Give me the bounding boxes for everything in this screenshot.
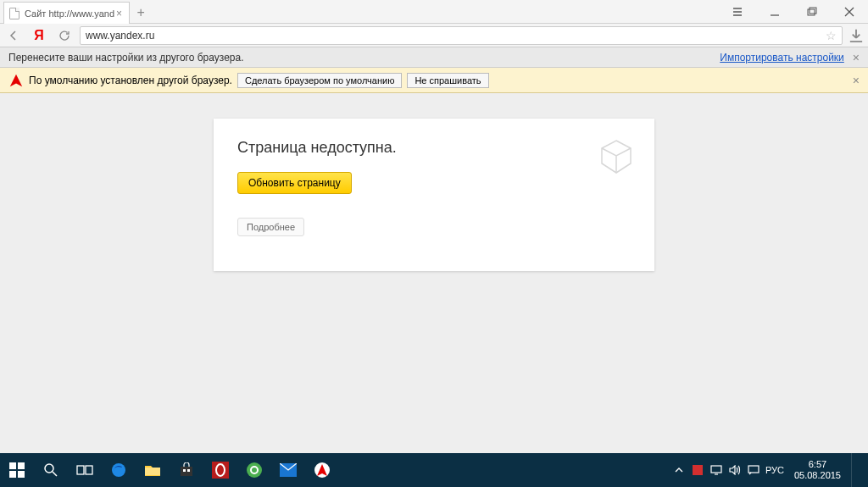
browser-tab[interactable]: Сайт http://www.yand × — [3, 2, 130, 24]
tray-chevron-up-icon[interactable] — [672, 463, 686, 477]
new-tab-button[interactable]: + — [130, 2, 152, 24]
svg-point-9 — [112, 463, 125, 477]
tray-security-icon[interactable] — [691, 463, 704, 477]
svg-rect-0 — [808, 9, 815, 15]
import-settings-link[interactable]: Импортировать настройки — [720, 52, 844, 64]
app-green-icon[interactable] — [237, 453, 271, 487]
import-settings-bar: Перенесите ваши настройки из другого бра… — [0, 47, 868, 68]
close-button[interactable] — [831, 0, 868, 24]
minimize-button[interactable] — [756, 0, 793, 24]
page-icon — [9, 8, 19, 19]
svg-rect-3 — [18, 462, 25, 469]
import-bar-text: Перенесите ваши настройки из другого бра… — [8, 52, 244, 64]
url-input[interactable] — [86, 30, 826, 42]
tray-volume-icon[interactable] — [728, 463, 742, 477]
store-icon[interactable] — [170, 453, 203, 487]
file-explorer-icon[interactable] — [136, 453, 170, 487]
system-tray: РУС 6:57 05.08.2015 — [672, 453, 868, 487]
opera-icon[interactable] — [203, 453, 237, 487]
svg-rect-11 — [181, 467, 192, 476]
yandex-home-button[interactable]: Я — [29, 25, 49, 46]
tray-clock[interactable]: 6:57 05.08.2015 — [789, 459, 846, 481]
svg-point-16 — [247, 462, 262, 478]
url-field[interactable]: ☆ — [80, 26, 843, 45]
tray-network-icon[interactable] — [709, 463, 723, 477]
downloads-button[interactable] — [848, 27, 865, 44]
maximize-button[interactable] — [793, 0, 831, 24]
back-button[interactable] — [3, 25, 24, 46]
svg-rect-10 — [145, 468, 160, 475]
tab-title: Сайт http://www.yand — [25, 8, 114, 19]
tray-action-center-icon[interactable] — [747, 463, 760, 477]
cube-icon — [597, 137, 636, 176]
yandex-browser-taskbar-icon[interactable] — [305, 453, 339, 487]
svg-rect-22 — [748, 466, 759, 473]
default-browser-text: По умолчанию установлен другой браузер. — [29, 75, 232, 86]
dont-ask-button[interactable]: Не спрашивать — [407, 73, 488, 88]
svg-rect-8 — [86, 466, 92, 474]
tray-date: 05.08.2015 — [794, 470, 841, 481]
set-default-button[interactable]: Сделать браузером по умолчанию — [237, 73, 402, 88]
import-bar-close-icon[interactable]: × — [853, 51, 860, 64]
refresh-page-button[interactable]: Обновить страницу — [237, 172, 352, 194]
page-content: Страница недоступна. Обновить страницу П… — [0, 93, 868, 453]
more-details-button[interactable]: Подробнее — [237, 218, 304, 236]
menu-button[interactable] — [719, 0, 756, 24]
yandex-browser-icon — [8, 73, 24, 88]
svg-rect-13 — [187, 469, 190, 472]
reload-button[interactable] — [54, 25, 75, 46]
start-button[interactable] — [0, 453, 34, 487]
show-desktop-button[interactable] — [851, 453, 863, 487]
svg-rect-12 — [183, 469, 186, 472]
svg-rect-2 — [9, 462, 16, 469]
svg-rect-20 — [693, 465, 703, 475]
error-title: Страница недоступна. — [237, 139, 631, 157]
yellow-bar-close-icon[interactable]: × — [853, 74, 860, 87]
svg-rect-5 — [18, 471, 25, 478]
window-controls — [719, 0, 868, 24]
address-bar: Я ☆ — [0, 24, 868, 47]
bookmark-star-icon[interactable]: ☆ — [826, 29, 837, 42]
tray-time: 6:57 — [794, 459, 841, 470]
search-icon[interactable] — [34, 453, 68, 487]
svg-rect-1 — [810, 8, 816, 14]
svg-rect-4 — [9, 471, 16, 478]
svg-rect-7 — [77, 466, 84, 474]
mail-icon[interactable] — [271, 453, 305, 487]
default-browser-bar: По умолчанию установлен другой браузер. … — [0, 68, 868, 93]
task-view-icon[interactable] — [68, 453, 102, 487]
tray-language[interactable]: РУС — [765, 465, 784, 475]
svg-rect-21 — [711, 466, 721, 473]
tab-close-icon[interactable]: × — [114, 8, 124, 19]
taskbar: РУС 6:57 05.08.2015 — [0, 453, 868, 487]
svg-point-6 — [45, 464, 53, 473]
edge-icon[interactable] — [102, 453, 136, 487]
titlebar: Сайт http://www.yand × + — [0, 0, 868, 24]
error-card: Страница недоступна. Обновить страницу П… — [214, 119, 654, 271]
